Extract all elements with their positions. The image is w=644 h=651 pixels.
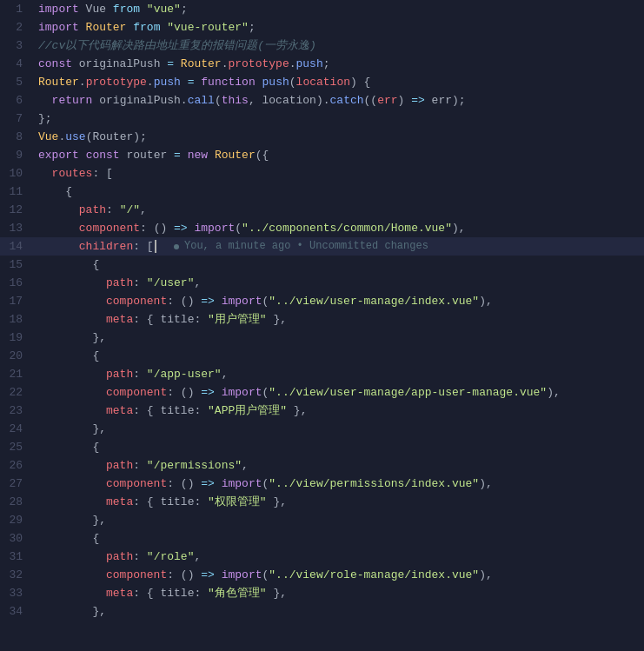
code-line: 8Vue.use(Router); (0, 128, 644, 146)
line-content: children: [ (31, 237, 644, 256)
line-number: 25 (0, 438, 31, 456)
token: : { title: (133, 404, 208, 417)
token: }, (267, 313, 287, 326)
line-number: 31 (0, 548, 31, 566)
token: push (296, 57, 323, 70)
line-number: 9 (0, 146, 31, 164)
token: "APP用户管理" (208, 404, 287, 417)
line-content: }, (31, 511, 644, 529)
line-content: component: () => import("../view/user-ma… (31, 383, 644, 402)
token: : (133, 240, 147, 253)
token: import (222, 477, 262, 490)
token: "用户管理" (208, 313, 267, 326)
token: ( (289, 76, 296, 89)
code-line: 7}; (0, 110, 644, 128)
token: originalPush (92, 94, 180, 107)
token: this (222, 94, 249, 107)
token: , (140, 203, 147, 216)
code-line: 21 path: "/app-user", (0, 365, 644, 383)
line-number: 15 (0, 256, 31, 274)
line-content: meta: { title: "APP用户管理" }, (31, 402, 644, 420)
token: ), (479, 477, 493, 490)
token: { (38, 258, 99, 271)
text-cursor (155, 240, 156, 253)
token: "/permissions" (147, 459, 242, 472)
token: ) (398, 94, 412, 107)
token: , (194, 550, 201, 563)
token: from (113, 3, 140, 16)
code-line: 9export const router = new Router({ (0, 146, 644, 164)
line-content: path: "/app-user", (31, 365, 644, 383)
line-number: 10 (0, 164, 31, 183)
line-content: Router.prototype.push = function push(lo… (31, 73, 644, 91)
token (38, 94, 52, 107)
code-line: 18 meta: { title: "用户管理" }, (0, 310, 644, 329)
code-line: 15 { (0, 256, 644, 274)
code-line: 6 return originalPush.call(this, locatio… (0, 91, 644, 110)
token (140, 3, 147, 16)
line-number: 33 (0, 584, 31, 602)
token: component (38, 477, 167, 490)
token: "../components/common/Home.vue" (242, 222, 452, 235)
token: { (38, 185, 72, 198)
code-line: 33 meta: { title: "角色管理" }, (0, 584, 644, 602)
line-content: path: "/permissions", (31, 456, 644, 475)
token: catch (330, 94, 364, 107)
token: meta (38, 587, 133, 600)
line-number: 27 (0, 475, 31, 493)
token: { (38, 441, 99, 454)
token: component (38, 568, 167, 581)
line-content: }, (31, 602, 644, 621)
token: component (38, 386, 167, 399)
code-line: 5Router.prototype.push = function push(l… (0, 73, 644, 91)
token: path (38, 203, 106, 216)
code-line: 20 { (0, 347, 644, 365)
token: path (38, 459, 133, 472)
token: import (38, 21, 79, 34)
line-number: 6 (0, 91, 31, 110)
token: use (65, 130, 85, 143)
line-content: export const router = new Router({ (31, 146, 644, 164)
token: }, (38, 331, 106, 344)
code-line: 29 }, (0, 511, 644, 529)
token: : () (140, 222, 174, 235)
token: //cv以下代码解决路由地址重复的报错问题(一劳永逸) (38, 39, 316, 52)
line-content: //cv以下代码解决路由地址重复的报错问题(一劳永逸) (31, 37, 644, 55)
token: "vue-router" (167, 21, 249, 34)
token: const (38, 57, 72, 70)
token: meta (38, 404, 133, 417)
line-number: 21 (0, 365, 31, 383)
token: : (133, 459, 147, 472)
token (256, 76, 262, 89)
token: import (194, 222, 235, 235)
line-number: 13 (0, 219, 31, 237)
line-content: }, (31, 420, 644, 438)
line-content: component: () => import("../view/user-ma… (31, 292, 644, 310)
line-number: 5 (0, 73, 31, 91)
code-line: 11 { (0, 183, 644, 201)
token: . (323, 94, 330, 107)
code-editor: 1import Vue from "vue";2import Router fr… (0, 0, 644, 651)
line-number: 19 (0, 329, 31, 347)
token: "/role" (147, 550, 195, 563)
token (215, 477, 222, 490)
code-line: 31 path: "/role", (0, 548, 644, 566)
line-number: 26 (0, 456, 31, 475)
line-content: { (31, 347, 644, 365)
token: : () (167, 477, 201, 490)
token: , (194, 276, 201, 289)
line-content: import Router from "vue-router"; (31, 18, 644, 37)
token: import (222, 295, 262, 308)
token: Router (79, 21, 133, 34)
code-line: 24 }, (0, 420, 644, 438)
token: "vue" (147, 3, 181, 16)
token: => (411, 94, 425, 107)
line-content: import Vue from "vue"; (31, 0, 644, 18)
token: meta (38, 313, 133, 326)
token: { (38, 349, 99, 362)
token: ; (249, 21, 256, 34)
token: , (242, 459, 249, 472)
code-line: 3//cv以下代码解决路由地址重复的报错问题(一劳永逸) (0, 37, 644, 55)
token: : [ (92, 167, 112, 180)
token: ; (181, 3, 188, 16)
